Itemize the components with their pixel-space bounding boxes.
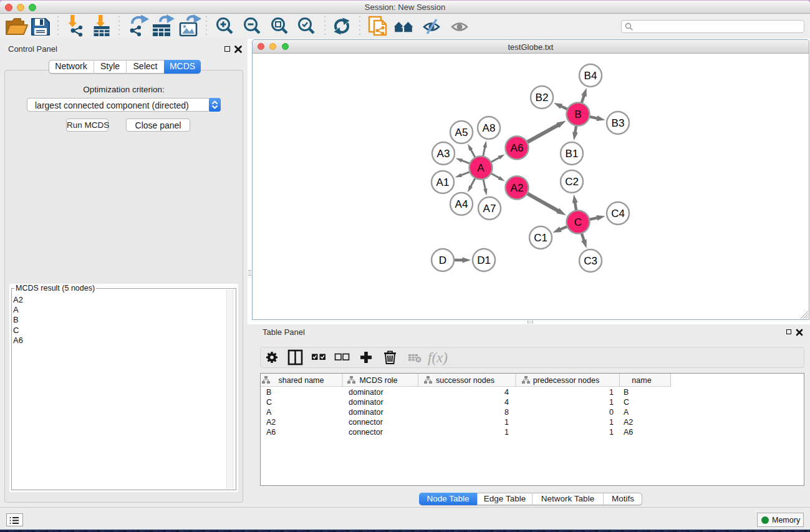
svg-text:4: 4 — [504, 398, 509, 407]
svg-text:1: 1 — [609, 418, 614, 427]
svg-text:0: 0 — [609, 408, 614, 417]
svg-text:A6: A6 — [511, 142, 524, 154]
svg-text:1: 1 — [609, 428, 614, 437]
svg-text:A: A — [266, 408, 272, 417]
svg-text:A4: A4 — [455, 198, 468, 210]
svg-text:shared name: shared name — [279, 376, 324, 385]
svg-text:C4: C4 — [611, 208, 625, 220]
svg-text:A2: A2 — [511, 182, 524, 194]
svg-text:B: B — [574, 109, 581, 120]
svg-text:A: A — [624, 408, 629, 417]
svg-text:C: C — [624, 398, 629, 407]
svg-text:f(x): f(x) — [428, 350, 448, 365]
svg-text:C2: C2 — [565, 176, 579, 188]
svg-text:B: B — [266, 388, 271, 397]
svg-text:D: D — [439, 254, 446, 266]
svg-text:dominator: dominator — [349, 398, 383, 407]
svg-text:1: 1 — [504, 418, 509, 427]
svg-text:A8: A8 — [483, 122, 496, 134]
svg-text:A5: A5 — [455, 127, 468, 138]
svg-text:8: 8 — [504, 408, 509, 417]
svg-text:name: name — [632, 376, 651, 385]
svg-text:B4: B4 — [584, 70, 597, 82]
svg-text:A3: A3 — [437, 148, 450, 160]
svg-text:MCDS role: MCDS role — [359, 376, 397, 385]
svg-text:D1: D1 — [477, 254, 491, 266]
svg-text:dominator: dominator — [349, 388, 383, 397]
svg-text:1: 1 — [504, 428, 509, 437]
svg-text:B: B — [624, 388, 629, 397]
svg-text:A2: A2 — [624, 418, 633, 427]
svg-text:A6: A6 — [266, 428, 276, 437]
svg-text:C3: C3 — [584, 255, 597, 267]
svg-text:A: A — [477, 162, 485, 174]
svg-text:dominator: dominator — [349, 408, 383, 417]
svg-text:A6: A6 — [624, 428, 633, 437]
svg-text:4: 4 — [504, 388, 509, 397]
svg-text:C1: C1 — [534, 232, 547, 244]
svg-text:A2: A2 — [266, 418, 276, 427]
svg-text:B3: B3 — [612, 117, 625, 129]
svg-text:A1: A1 — [436, 177, 450, 188]
svg-text:successor nodes: successor nodes — [436, 376, 494, 385]
svg-text:1: 1 — [609, 388, 614, 397]
svg-text:B2: B2 — [536, 92, 549, 104]
svg-text:connector: connector — [349, 428, 383, 437]
svg-text:predecessor nodes: predecessor nodes — [533, 376, 599, 385]
svg-text:A7: A7 — [483, 203, 496, 215]
svg-text:1: 1 — [609, 398, 614, 407]
svg-text:C: C — [266, 398, 272, 407]
svg-text:C: C — [574, 216, 582, 228]
svg-text:B1: B1 — [566, 148, 579, 160]
svg-text:connector: connector — [349, 418, 383, 427]
